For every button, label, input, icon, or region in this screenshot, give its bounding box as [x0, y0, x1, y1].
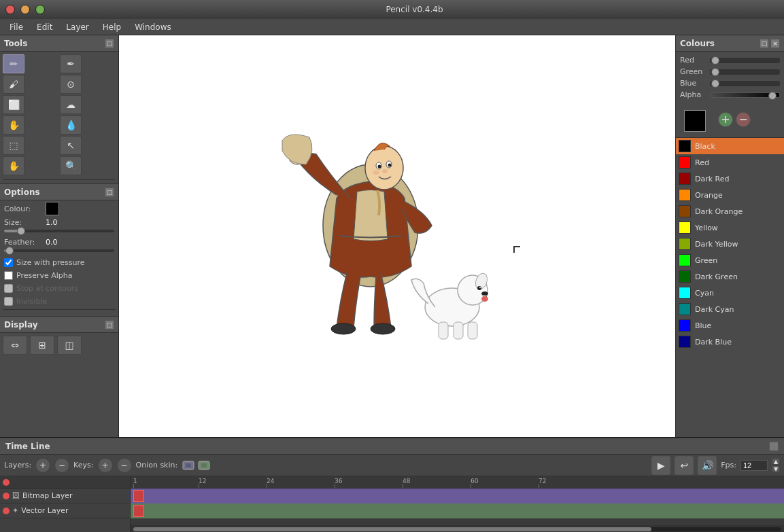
colour-list-item[interactable]: Blue	[676, 317, 784, 334]
bitmap-layer-track[interactable]	[131, 489, 784, 503]
timeline-scroll-track[interactable]	[133, 527, 781, 531]
svg-point-6	[382, 169, 388, 173]
flip-horizontal-button[interactable]: ⇔	[3, 336, 27, 355]
preserve-alpha-checkbox[interactable]	[4, 271, 13, 280]
eraser-tool-btn[interactable]: ⬜	[3, 95, 24, 114]
sound-button[interactable]: 🔊	[698, 456, 717, 475]
svg-rect-18	[439, 322, 448, 339]
colour-list-item[interactable]: Yellow	[676, 219, 784, 236]
add-layer-button[interactable]: +	[35, 458, 50, 473]
menu-layer[interactable]: Layer	[59, 21, 95, 33]
colour-list-item[interactable]: Dark Orange	[676, 203, 784, 219]
vector-layer-row[interactable]: ✦ Vector Layer	[0, 503, 130, 518]
bitmap-layer-row[interactable]: 🖼 Bitmap Layer	[0, 489, 130, 503]
onion-prev-icon[interactable]	[182, 459, 195, 472]
smudge-tool-btn[interactable]: ☁	[60, 95, 82, 114]
eyedropper-tool-btn[interactable]: 💧	[60, 116, 82, 135]
colour-list-item[interactable]: Dark Red	[676, 171, 784, 187]
red-slider-track[interactable]	[710, 58, 780, 63]
svg-point-5	[388, 164, 392, 167]
colour-dot	[679, 254, 691, 266]
green-slider-thumb[interactable]	[711, 68, 719, 76]
colour-dot	[679, 238, 691, 250]
zoom-tool-btn[interactable]: 🔍	[60, 156, 82, 175]
invisible-row: Invisible	[0, 295, 118, 308]
vector-layer-track[interactable]	[131, 503, 784, 518]
hand-tool-btn[interactable]: ✋	[3, 156, 24, 175]
colour-item-label: Red	[695, 158, 709, 167]
colour-item-label: Yellow	[695, 224, 718, 232]
display-grid-button[interactable]: ⊞	[30, 336, 54, 355]
colour-list-item[interactable]: Dark Cyan	[676, 301, 784, 317]
paint-tool-btn[interactable]: 🖌	[3, 75, 24, 94]
add-colour-button[interactable]: +	[718, 112, 733, 127]
remove-key-button[interactable]: −	[117, 458, 132, 473]
colour-item-label: Black	[695, 142, 715, 151]
colours-restore-icon[interactable]: □	[760, 39, 769, 48]
ruler-36: 36	[335, 478, 342, 484]
arrow-tool-btn[interactable]: ↖	[60, 136, 82, 155]
colour-list-item[interactable]: Red	[676, 154, 784, 171]
feather-slider-thumb[interactable]	[5, 247, 14, 255]
svg-point-7	[373, 171, 379, 175]
menu-windows[interactable]: Windows	[128, 21, 178, 33]
display-expand-icon[interactable]: □	[105, 320, 114, 330]
invisible-checkbox[interactable]	[4, 297, 13, 306]
display-tools-row: ⇔ ⊞ ◫	[0, 333, 118, 357]
timeline-expand-icon[interactable]	[769, 442, 779, 451]
play-button[interactable]: ▶	[651, 456, 670, 475]
timeline-scroll[interactable]	[131, 525, 784, 532]
remove-layer-button[interactable]: −	[54, 458, 69, 473]
green-slider-track[interactable]	[710, 69, 780, 75]
colour-swatch[interactable]	[46, 202, 59, 215]
pencil-tool-btn[interactable]: ✏	[3, 54, 24, 73]
pen-tool-btn[interactable]: ✒	[60, 54, 82, 73]
red-slider-thumb[interactable]	[711, 56, 719, 65]
options-expand-icon[interactable]: □	[105, 188, 114, 197]
timeline-controls: Layers: + − Keys: + − Onion skin: ▶ ↩ 🔊 …	[0, 455, 784, 476]
colour-list-item[interactable]: Dark Blue	[676, 334, 784, 350]
colour-action-buttons: + −	[714, 111, 755, 131]
feather-slider-track[interactable]	[4, 249, 114, 252]
vector-keyframe	[133, 505, 144, 517]
blue-slider-track[interactable]	[710, 81, 780, 86]
alpha-slider-thumb[interactable]	[768, 92, 777, 100]
alpha-slider-track[interactable]	[710, 92, 780, 98]
colour-label: Colour:	[4, 205, 41, 213]
size-pressure-checkbox[interactable]	[4, 258, 13, 267]
minimize-button[interactable]	[20, 5, 30, 14]
move-tool-btn[interactable]: ✋	[3, 116, 24, 135]
tools-expand-icon[interactable]: □	[105, 39, 114, 48]
menu-edit[interactable]: Edit	[30, 21, 59, 33]
colour-list-item[interactable]: Orange	[676, 187, 784, 203]
colour-item-label: Dark Blue	[695, 338, 732, 347]
size-slider-thumb[interactable]	[17, 227, 25, 235]
onion-next-icon[interactable]	[197, 459, 211, 472]
close-button[interactable]	[5, 5, 15, 14]
size-slider-track[interactable]	[4, 230, 114, 232]
timeline-scroll-thumb[interactable]	[133, 527, 651, 531]
fps-down-button[interactable]: ▼	[772, 465, 780, 472]
maximize-button[interactable]	[35, 5, 45, 14]
menu-file[interactable]: File	[3, 21, 30, 33]
colour-list-item[interactable]: Dark Yellow	[676, 236, 784, 252]
add-key-button[interactable]: +	[98, 458, 113, 473]
colour-list-item[interactable]: Black	[676, 138, 784, 154]
colours-close-icon[interactable]: ×	[770, 39, 780, 48]
fps-input[interactable]: 12	[740, 460, 768, 471]
blue-slider-thumb[interactable]	[711, 79, 719, 88]
lasso-tool-btn[interactable]: ⊙	[60, 75, 82, 94]
stop-contours-checkbox[interactable]	[4, 284, 13, 293]
fps-up-button[interactable]: ▲	[772, 458, 780, 465]
delete-colour-button[interactable]: −	[736, 112, 751, 127]
colour-list-item[interactable]: Green	[676, 252, 784, 268]
timeline-header: Time Line	[0, 438, 784, 455]
timeline-title: Time Line	[5, 442, 50, 451]
colour-list-item[interactable]: Dark Green	[676, 268, 784, 285]
display-onion-button[interactable]: ◫	[57, 336, 82, 355]
colour-dot	[679, 140, 691, 152]
colour-list-item[interactable]: Cyan	[676, 285, 784, 301]
stop-button[interactable]: ↩	[675, 456, 694, 475]
select-rect-tool-btn[interactable]: ⬚	[3, 136, 24, 155]
menu-help[interactable]: Help	[96, 21, 128, 33]
